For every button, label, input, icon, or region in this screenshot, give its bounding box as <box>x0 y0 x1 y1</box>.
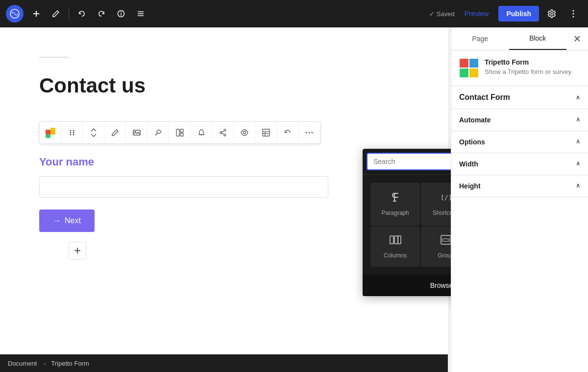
inserter-search-input[interactable] <box>367 153 451 170</box>
add-block-toolbar-button[interactable] <box>27 5 45 23</box>
paragraph-icon <box>390 192 401 206</box>
svg-point-29 <box>220 132 222 134</box>
table-button[interactable] <box>255 122 277 143</box>
refresh-button[interactable] <box>277 122 298 143</box>
move-up-down-button[interactable] <box>83 122 104 143</box>
inserter-item-shortcode[interactable]: [/] Shortcode <box>421 183 451 226</box>
edit-tool-button[interactable] <box>104 122 126 143</box>
more-block-options[interactable] <box>298 122 320 143</box>
panel-options: Options ∨ <box>451 131 588 153</box>
share-button[interactable] <box>212 122 234 143</box>
info-button[interactable] <box>112 5 130 23</box>
name-input[interactable] <box>39 176 328 198</box>
next-button-label: Next <box>65 216 81 225</box>
panel-automate-label: Automate <box>459 116 491 124</box>
block-type-icon[interactable] <box>40 122 61 143</box>
svg-rect-51 <box>394 236 398 244</box>
svg-rect-57 <box>460 59 468 68</box>
svg-rect-52 <box>398 236 401 244</box>
svg-line-31 <box>222 131 224 133</box>
undo-button[interactable] <box>73 5 91 23</box>
svg-point-10 <box>573 13 574 15</box>
image-button[interactable] <box>126 122 147 143</box>
svg-text:[/]: [/] <box>441 194 451 201</box>
tab-page[interactable]: Page <box>451 27 509 50</box>
panel-height-label: Height <box>459 182 481 190</box>
svg-point-9 <box>573 10 574 12</box>
panel-contact-form-label: Contact Form <box>459 93 510 102</box>
shortcode-icon: [/] <box>440 192 451 206</box>
page-divider <box>39 57 69 58</box>
panel-automate: Automate ∨ <box>451 109 588 131</box>
edit-button[interactable] <box>47 5 65 23</box>
sidebar-panels: Contact Form ∧ Automate ∨ Options ∨ <box>451 86 588 372</box>
block-info-text: Tripetto Form Show a Tripetto form or su… <box>485 58 573 75</box>
svg-rect-34 <box>263 129 270 136</box>
columns-icon <box>390 234 401 248</box>
panel-options-header[interactable]: Options ∨ <box>451 131 588 153</box>
breadcrumb-arrow: → <box>41 360 47 367</box>
svg-rect-54 <box>442 239 449 241</box>
inserter-item-group[interactable]: Group <box>421 227 451 267</box>
svg-rect-60 <box>469 69 478 77</box>
svg-point-39 <box>309 132 310 134</box>
panel-automate-header[interactable]: Automate ∨ <box>451 109 588 131</box>
panel-contact-form-header[interactable]: Contact Form ∧ <box>451 86 588 109</box>
pin-button[interactable] <box>147 122 169 143</box>
svg-point-40 <box>312 132 313 134</box>
block-toolbar <box>39 121 320 144</box>
wordpress-logo[interactable] <box>6 5 24 23</box>
panel-width-header[interactable]: Width ∨ <box>451 153 588 175</box>
right-sidebar: Page Block Tripetto Form Show a Tripetto… <box>451 27 588 372</box>
sidebar-tabs: Page Block <box>451 27 588 50</box>
breadcrumb-document: Document <box>8 360 37 367</box>
group-icon <box>440 234 451 248</box>
svg-rect-12 <box>46 130 50 135</box>
block-info-name: Tripetto Form <box>485 58 573 66</box>
redo-button[interactable] <box>93 5 110 23</box>
panel-width: Width ∨ <box>451 153 588 175</box>
panel-height-header[interactable]: Height ∨ <box>451 175 588 197</box>
chevron-down-icon-automate: ∨ <box>576 116 580 123</box>
drag-handle[interactable] <box>61 122 83 143</box>
inserter-item-columns[interactable]: Columns <box>370 227 420 267</box>
group-label: Group <box>438 252 451 259</box>
svg-point-30 <box>224 134 226 136</box>
saved-status: ✓ Saved <box>429 10 455 18</box>
view-button[interactable] <box>234 122 255 143</box>
svg-point-18 <box>70 132 71 134</box>
panel-options-label: Options <box>459 138 485 146</box>
arrow-right-icon: → <box>53 216 61 225</box>
list-view-button[interactable] <box>132 5 149 23</box>
chevron-down-icon-options: ∨ <box>576 139 580 145</box>
form-field-label: Your name <box>39 156 412 168</box>
breadcrumb-block: Tripetto Form <box>51 360 89 367</box>
saved-label: Saved <box>437 10 455 18</box>
svg-point-38 <box>306 132 307 134</box>
block-inserter-popup: Paragraph [/] Shortcode <box>363 149 451 296</box>
tab-block[interactable]: Block <box>509 27 567 50</box>
notify-button[interactable] <box>191 122 212 143</box>
sidebar-close-button[interactable] <box>568 30 586 47</box>
layout-button[interactable] <box>169 122 191 143</box>
svg-point-19 <box>73 132 74 134</box>
inserter-item-paragraph[interactable]: Paragraph <box>370 183 420 226</box>
svg-line-32 <box>222 133 224 135</box>
add-block-button[interactable] <box>69 242 86 259</box>
browse-all-button[interactable]: Browse all <box>363 275 451 296</box>
svg-point-5 <box>121 12 122 13</box>
publish-button[interactable]: Publish <box>498 6 539 22</box>
breadcrumb: Document → Tripetto Form <box>0 354 451 372</box>
paragraph-label: Paragraph <box>382 209 409 216</box>
svg-point-28 <box>224 129 226 131</box>
svg-rect-59 <box>460 69 468 77</box>
svg-rect-24 <box>176 129 179 136</box>
panel-contact-form: Contact Form ∧ <box>451 86 588 109</box>
svg-point-20 <box>70 134 71 136</box>
block-info-desc: Show a Tripetto form or survey. <box>485 68 573 75</box>
svg-point-11 <box>573 16 574 18</box>
settings-button[interactable] <box>543 5 561 23</box>
next-button[interactable]: → Next <box>39 209 95 232</box>
more-options-button[interactable] <box>564 5 582 23</box>
preview-button[interactable]: Preview <box>459 7 495 21</box>
